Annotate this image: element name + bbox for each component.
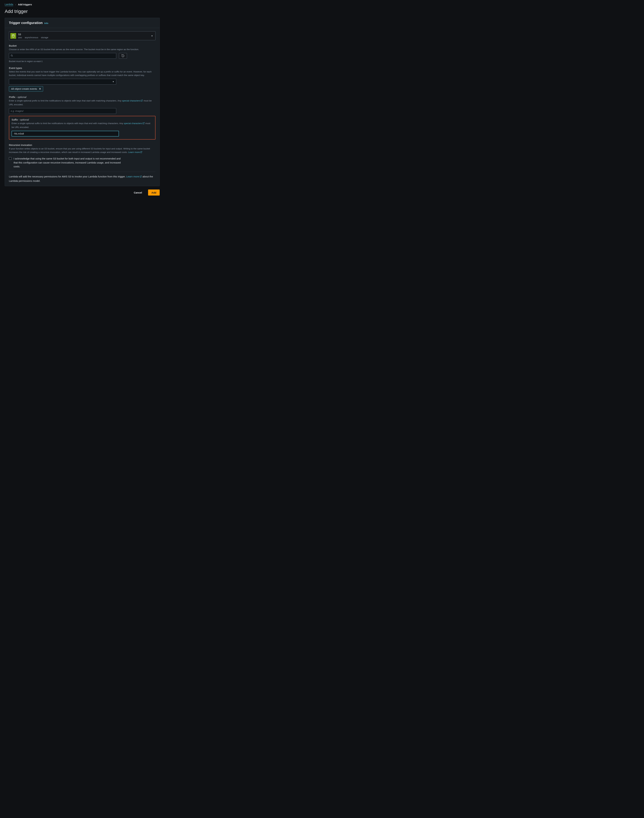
breadcrumb-root[interactable]: Lambda <box>5 3 13 6</box>
cancel-button[interactable]: Cancel <box>130 190 146 196</box>
event-type-token-label: All object create events <box>11 87 37 90</box>
prefix-label: Prefix <box>9 96 15 98</box>
recursive-group: Recursive invocation If your function wr… <box>9 144 155 169</box>
s3-bucket-icon <box>11 33 16 39</box>
page-title: Add trigger <box>5 9 159 14</box>
event-types-label: Event types <box>9 67 155 69</box>
bucket-label: Bucket <box>9 44 155 47</box>
recursive-label: Recursive invocation <box>9 144 155 146</box>
trigger-source-select[interactable]: S3 aws asynchronous storage ▼ <box>9 31 155 40</box>
learn-more-link[interactable]: Learn more <box>126 175 142 178</box>
bucket-desc: Choose or enter the ARN of an S3 bucket … <box>9 48 155 51</box>
trigger-config-panel: Trigger configuration Info S3 aws asynch… <box>5 18 159 186</box>
refresh-button[interactable] <box>119 53 127 59</box>
acknowledge-label: I acknowledge that using the same S3 buc… <box>14 156 121 169</box>
prefix-group: Prefix - optional Enter a single optiona… <box>9 96 155 114</box>
event-types-group: Event types Select the events that you w… <box>9 67 155 92</box>
permissions-footnote: Lambda will add the necessary permission… <box>9 175 155 183</box>
search-icon <box>11 54 13 57</box>
event-types-desc: Select the events that you want to have … <box>9 70 155 77</box>
bucket-search-input[interactable] <box>9 53 116 59</box>
bucket-group: Bucket Choose or enter the ARN of an S3 … <box>9 44 155 63</box>
suffix-highlight: Suffix - optional Enter a single optiona… <box>9 116 155 139</box>
prefix-input[interactable] <box>9 108 116 114</box>
external-link-icon <box>140 151 143 155</box>
suffix-group: Suffix - optional Enter a single optiona… <box>12 118 153 136</box>
breadcrumb-current: Add triggers <box>18 3 32 6</box>
prefix-optional: - optional <box>16 96 26 98</box>
footer-actions: Cancel Add <box>5 190 159 196</box>
suffix-desc: Enter a single optional suffix to limit … <box>12 122 153 129</box>
chevron-right-icon: › <box>15 3 16 6</box>
svg-point-1 <box>11 55 12 56</box>
prefix-desc: Enter a single optional prefix to limit … <box>9 99 155 106</box>
external-link-icon <box>141 100 143 103</box>
external-link-icon <box>143 122 145 126</box>
caret-down-icon: ▼ <box>151 35 153 37</box>
event-type-token: All object create events ✕ <box>9 86 43 92</box>
special-characters-link[interactable]: special characters <box>124 122 145 125</box>
learn-more-link[interactable]: Learn more <box>128 151 143 153</box>
special-characters-link[interactable]: special characters <box>122 100 143 102</box>
source-tags: aws asynchronous storage <box>18 36 149 39</box>
acknowledge-checkbox[interactable] <box>9 157 12 160</box>
suffix-label: Suffix <box>12 118 18 121</box>
remove-token-icon[interactable]: ✕ <box>39 87 41 90</box>
svg-line-2 <box>12 56 13 57</box>
add-button[interactable]: Add <box>148 190 159 196</box>
suffix-input[interactable] <box>12 131 119 136</box>
external-link-icon <box>140 175 142 179</box>
bucket-hint: Bucket must be in region us-east-1 <box>9 60 155 63</box>
info-link[interactable]: Info <box>44 22 48 25</box>
event-types-select[interactable] <box>9 79 116 84</box>
source-title: S3 <box>18 33 149 36</box>
panel-header: Trigger configuration Info <box>5 18 159 28</box>
recursive-desc: If your function writes objects to an S3… <box>9 147 155 155</box>
svg-point-0 <box>12 35 14 35</box>
breadcrumb: Lambda › Add triggers <box>5 3 159 6</box>
panel-title: Trigger configuration <box>9 21 43 25</box>
suffix-optional: - optional <box>18 118 29 121</box>
